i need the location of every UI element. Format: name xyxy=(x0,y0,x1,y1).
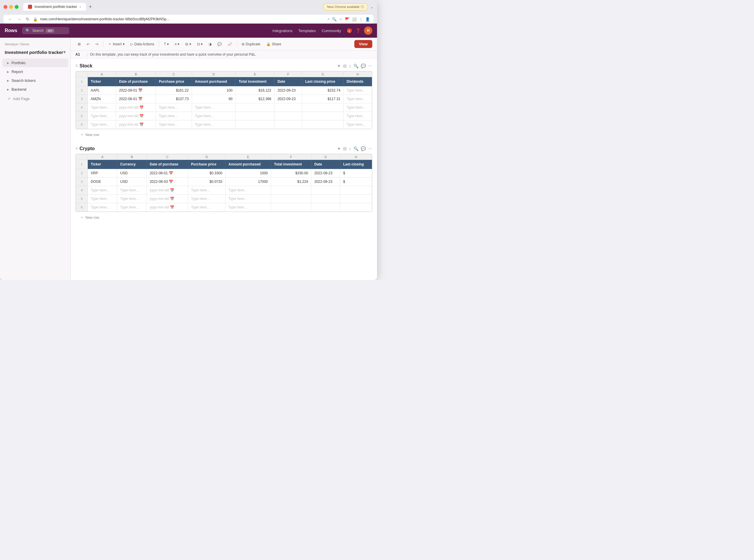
nav-community[interactable]: Community xyxy=(322,28,341,33)
stock-row-5-ticker[interactable]: Type here... xyxy=(88,112,116,120)
share-button[interactable]: 🔒 Share xyxy=(264,41,284,47)
stock-row-6-price[interactable]: Type here... xyxy=(156,120,192,129)
stock-col-d[interactable]: D xyxy=(192,72,236,77)
sidebar-item-search-tickers[interactable]: ▶ Search tickers xyxy=(2,76,68,85)
crypto-header-date-purchase[interactable]: Date of purchase xyxy=(147,160,188,169)
stock-search-icon[interactable]: 🔍 xyxy=(353,64,358,68)
breadcrumb-user[interactable]: Henrique xyxy=(5,42,18,46)
formula-content[interactable]: On this template, you can keep track of … xyxy=(90,53,372,57)
crypto-header-purchase-price[interactable]: Purchase price xyxy=(188,160,225,169)
stock-row-2-amount[interactable]: 100 xyxy=(192,86,236,95)
stock-row-4-amount[interactable]: Type here... xyxy=(192,103,236,112)
view-button[interactable]: View xyxy=(354,40,372,48)
stock-row-3-dividends[interactable]: Type here... xyxy=(343,95,372,103)
stock-row-5-dividends[interactable]: Type here... xyxy=(343,112,372,120)
stock-col-e[interactable]: E xyxy=(236,72,275,77)
crypto-row-5-total[interactable] xyxy=(271,195,311,203)
add-page-button[interactable]: ＋ Add Page xyxy=(2,94,68,103)
stock-header-dividends[interactable]: Dividends xyxy=(343,77,372,86)
stock-row-3-closing[interactable]: $117.31 xyxy=(302,95,343,103)
crypto-row-4-date[interactable]: yyyy-mm-dd 📅 xyxy=(147,186,188,195)
search-button[interactable]: 🔍 Search ⌘K xyxy=(22,27,69,34)
cell-reference[interactable]: A1 xyxy=(75,53,84,57)
crypto-row-6-currency[interactable]: Type here... xyxy=(117,203,147,212)
stock-row-4-date[interactable]: yyyy-mm-dd 📅 xyxy=(116,103,156,112)
stock-header-date-purchase[interactable]: Date of purchase xyxy=(116,77,156,86)
stock-row-2-date[interactable]: 2022-08-01 📅 xyxy=(116,86,156,95)
stock-row-6-amount[interactable]: Type here... xyxy=(192,120,236,129)
stock-row-2-price[interactable]: $161.22 xyxy=(156,86,192,95)
stock-row-2-total[interactable]: $16,122 xyxy=(236,86,275,95)
stock-header-date[interactable]: Date xyxy=(275,77,302,86)
crypto-new-row-button[interactable]: ＋ New row xyxy=(75,213,372,222)
crypto-header-currency[interactable]: Currency xyxy=(117,160,147,169)
stock-row-4-total[interactable] xyxy=(236,103,275,112)
stock-col-f[interactable]: F xyxy=(275,72,302,77)
grid-view-button[interactable]: ⊞ xyxy=(75,41,83,47)
stock-row-5-closing[interactable] xyxy=(302,112,343,120)
comment-button[interactable]: 💬 xyxy=(215,41,224,47)
crypto-row-6-closing[interactable] xyxy=(340,203,372,212)
crypto-row-3-last-date[interactable]: 2022-09-23 xyxy=(311,178,340,186)
sidebar-title-arrow[interactable]: ▾ xyxy=(63,49,66,55)
crypto-col-c[interactable]: C xyxy=(147,154,188,160)
stock-header-purchase-price[interactable]: Purchase price xyxy=(156,77,192,86)
stock-row-6-last-date[interactable] xyxy=(275,120,302,129)
active-tab[interactable]: Investment portfolio tracker × xyxy=(23,3,86,11)
sidebar-item-report[interactable]: ▶ Report xyxy=(2,67,68,76)
stock-row-3-total[interactable]: $12,396 xyxy=(236,95,275,103)
stock-comment-icon[interactable]: 💬 xyxy=(361,64,366,68)
crypto-filter-icon[interactable]: ⊟ xyxy=(343,146,347,151)
crypto-row-6-last-date[interactable] xyxy=(311,203,340,212)
stock-row-6-date[interactable]: yyyy-mm-dd 📅 xyxy=(116,120,156,129)
crypto-row-3-amount[interactable]: 17000 xyxy=(225,178,271,186)
crypto-row-2-total[interactable]: $330.00 xyxy=(271,169,311,178)
crypto-sparkle-icon[interactable]: ✦ xyxy=(337,146,341,151)
nav-templates[interactable]: Templates xyxy=(298,28,316,33)
stock-row-6-closing[interactable] xyxy=(302,120,343,129)
text-format-button[interactable]: T ▾ xyxy=(161,41,171,47)
stock-new-row-button[interactable]: ＋ New row xyxy=(75,131,372,139)
data-actions-button[interactable]: ▷ Data Actions xyxy=(128,41,156,47)
stock-row-4-ticker[interactable]: Type here... xyxy=(88,103,116,112)
url-display[interactable]: rows.com/Henrique/demo/investment-portfo… xyxy=(40,17,324,21)
crypto-row-5-amount[interactable]: Type here... xyxy=(225,195,271,203)
crypto-search-icon[interactable]: 🔍 xyxy=(353,146,358,151)
crypto-header-ticker[interactable]: Ticker xyxy=(88,160,117,169)
crypto-comment-icon[interactable]: 💬 xyxy=(361,146,366,151)
stock-drag-handle[interactable]: ⠿ xyxy=(75,64,78,68)
crypto-row-3-currency[interactable]: USD xyxy=(117,178,147,186)
stock-col-a[interactable]: A xyxy=(88,72,116,77)
stock-row-6-total[interactable] xyxy=(236,120,275,129)
crypto-col-h[interactable]: H xyxy=(340,154,372,160)
extension-icon2[interactable]: ⬜ xyxy=(352,17,357,21)
stock-row-3-price[interactable]: $137.73 xyxy=(156,95,192,103)
crypto-drag-handle[interactable]: ⠿ xyxy=(75,147,78,151)
stock-row-5-amount[interactable]: Type here... xyxy=(192,112,236,120)
bookmark-icon[interactable]: ☆ xyxy=(339,17,342,21)
stock-header-total[interactable]: Total investment xyxy=(236,77,275,86)
redo-button[interactable]: ↪ xyxy=(93,41,101,47)
crypto-row-5-date[interactable]: yyyy-mm-dd 📅 xyxy=(147,195,188,203)
crypto-sort-icon[interactable]: ↕ xyxy=(349,146,351,151)
sidebar-item-backend[interactable]: ▶ Backend xyxy=(2,85,68,94)
stock-row-4-dividends[interactable]: Type here... xyxy=(343,103,372,112)
back-button[interactable]: ← xyxy=(7,16,14,22)
crypto-row-3-date[interactable]: 2022-08-03 📅 xyxy=(147,178,188,186)
refresh-button[interactable]: ↻ xyxy=(25,16,31,22)
crypto-row-3-ticker[interactable]: DOGE xyxy=(88,178,117,186)
close-traffic-light[interactable] xyxy=(3,5,7,9)
crypto-row-4-ticker[interactable]: Type here... xyxy=(88,186,117,195)
stock-row-4-closing[interactable] xyxy=(302,103,343,112)
undo-button[interactable]: ↩ xyxy=(84,41,92,47)
stock-col-h[interactable]: H xyxy=(343,72,372,77)
stock-row-4-price[interactable]: Type here... xyxy=(156,103,192,112)
stock-row-2-ticker[interactable]: AAPL xyxy=(88,86,116,95)
crypto-row-6-date[interactable]: yyyy-mm-dd 📅 xyxy=(147,203,188,212)
menu-icon[interactable]: ⋮ xyxy=(359,17,363,21)
insert-button[interactable]: ＋ Insert ▾ xyxy=(106,40,127,48)
crypto-row-5-price[interactable]: Type here... xyxy=(188,195,225,203)
stock-more-icon[interactable]: ⋯ xyxy=(368,64,372,68)
crypto-header-amount[interactable]: Amount purchased xyxy=(225,160,271,169)
stock-header-amount[interactable]: Amount purchased xyxy=(192,77,236,86)
